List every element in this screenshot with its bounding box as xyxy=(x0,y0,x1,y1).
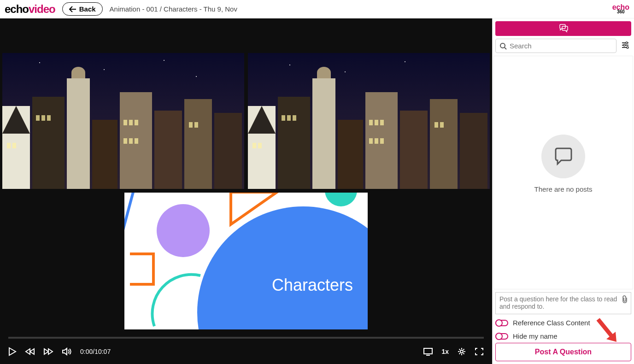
video-area: Characters 0:00/10:07 1x xyxy=(0,18,492,364)
logo: echovideo xyxy=(5,3,55,16)
video-content[interactable]: Characters xyxy=(0,18,492,337)
filter-icon xyxy=(621,41,629,49)
back-label: Back xyxy=(79,5,96,13)
back-button[interactable]: Back xyxy=(62,2,103,16)
volume-icon[interactable] xyxy=(62,347,72,356)
arrow-left-icon xyxy=(69,6,76,12)
time-display: 0:00/10:07 xyxy=(80,348,111,355)
svg-point-4 xyxy=(623,44,625,46)
speech-bubble-icon xyxy=(553,147,574,166)
search-input[interactable] xyxy=(510,42,612,50)
chat-icon xyxy=(558,24,569,33)
filter-button[interactable] xyxy=(619,40,631,53)
forward-icon[interactable] xyxy=(43,348,53,355)
video-controls: 0:00/10:07 1x xyxy=(0,339,492,364)
sources-icon[interactable] xyxy=(423,347,433,356)
main: Characters 0:00/10:07 1x xyxy=(0,18,634,364)
slide-title: Characters xyxy=(272,276,353,295)
discussion-tab[interactable] xyxy=(495,21,631,36)
video-source-2[interactable] xyxy=(248,53,490,189)
empty-text: There are no posts xyxy=(494,185,633,193)
compose-area: Reference Class Content Hide my name Pos… xyxy=(493,289,634,364)
slide-source[interactable]: Characters xyxy=(124,193,368,329)
header: echovideo Back Animation - 001 / Charact… xyxy=(0,0,634,18)
svg-point-1 xyxy=(460,350,463,353)
speed-button[interactable]: 1x xyxy=(441,348,449,355)
brand-logo: echo 360 xyxy=(612,4,629,14)
fullscreen-icon[interactable] xyxy=(475,347,484,356)
video-source-1[interactable] xyxy=(2,53,244,189)
attach-button[interactable] xyxy=(621,295,628,305)
svg-point-3 xyxy=(626,42,628,44)
posts-list[interactable]: There are no posts xyxy=(493,56,633,289)
empty-state: There are no posts xyxy=(494,135,633,193)
reference-content-label: Reference Class Content xyxy=(513,319,590,327)
svg-point-5 xyxy=(627,47,628,48)
post-question-button[interactable]: Post A Question xyxy=(495,343,631,361)
discussion-sidebar: There are no posts Reference Class Conte… xyxy=(492,18,634,364)
hide-name-toggle[interactable] xyxy=(495,333,508,340)
search-box[interactable] xyxy=(495,39,616,53)
breadcrumb: Animation - 001 / Characters - Thu 9, No… xyxy=(110,5,237,13)
hide-name-label: Hide my name xyxy=(513,332,558,340)
settings-icon[interactable] xyxy=(457,347,466,356)
search-icon xyxy=(499,42,507,50)
reference-content-toggle[interactable] xyxy=(495,320,508,326)
question-input[interactable] xyxy=(495,292,631,314)
rewind-icon[interactable] xyxy=(25,348,35,355)
paperclip-icon xyxy=(621,295,628,303)
svg-point-2 xyxy=(500,43,505,48)
play-icon[interactable] xyxy=(8,347,17,356)
svg-rect-0 xyxy=(424,348,432,354)
